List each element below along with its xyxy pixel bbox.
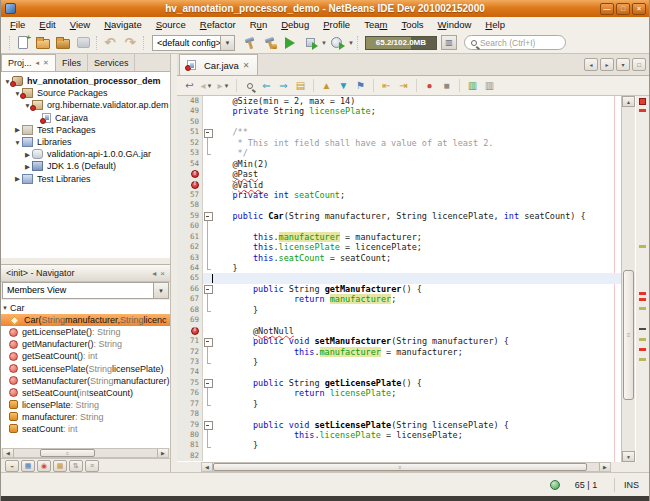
- show-fields-button[interactable]: ▦: [21, 460, 35, 472]
- line-number-gutter[interactable]: 72: [177, 347, 203, 357]
- maximize-window-button[interactable]: □: [632, 58, 646, 71]
- close-button[interactable]: ×: [632, 3, 646, 15]
- code-text[interactable]: this.manufacturer = manufacturer;: [212, 347, 621, 357]
- line-number-gutter[interactable]: 53: [177, 148, 203, 158]
- code-text[interactable]: [212, 200, 621, 210]
- code-line-57[interactable]: 57 private int seatCount;: [177, 190, 621, 200]
- config-select[interactable]: <default config> ▼: [152, 35, 235, 51]
- project-tree-row[interactable]: ▼Libraries: [1, 136, 170, 148]
- profile-button[interactable]: [327, 33, 347, 52]
- sort-by-name-button[interactable]: ⇅: [69, 460, 83, 472]
- new-file-button[interactable]: +: [13, 33, 33, 52]
- project-tree-row[interactable]: ▶Test Libraries: [1, 173, 170, 185]
- navigator-item-3[interactable]: getManufacturer() : String: [1, 338, 170, 350]
- error-mark[interactable]: [639, 298, 646, 301]
- navigator-item-9[interactable]: manufacturer : String: [1, 411, 170, 423]
- code-line-82[interactable]: 82: [177, 451, 621, 461]
- code-line-62[interactable]: 62 this.licensePlate = licencePlate;: [177, 242, 621, 252]
- code-text[interactable]: this.licensePlate = licencePlate;: [212, 242, 621, 252]
- scrollbar-thumb[interactable]: ≡: [213, 463, 587, 471]
- code-line-80[interactable]: 80 this.licensePlate = licensePlate;: [177, 430, 621, 440]
- navigator-item-2[interactable]: getLicensePlate() : String: [1, 326, 170, 338]
- fold-toggle-icon[interactable]: [203, 378, 212, 388]
- code-line-48[interactable]: 48 @Size(min = 2, max = 14): [177, 96, 621, 106]
- line-number-gutter[interactable]: 57: [177, 190, 203, 200]
- line-number-gutter[interactable]: 58: [177, 200, 203, 210]
- line-number-gutter[interactable]: 50: [177, 117, 203, 127]
- code-text[interactable]: public void setLicensePlate(String licen…: [212, 420, 621, 430]
- code-line-59[interactable]: 59 public Car(String manufacturer, Strin…: [177, 211, 621, 221]
- minimize-button[interactable]: —: [600, 3, 614, 15]
- title-bar[interactable]: hv_annotation_processor_demo - NetBeans …: [1, 0, 649, 17]
- debug-button[interactable]: [300, 33, 320, 52]
- line-number-gutter[interactable]: 52: [177, 138, 203, 148]
- code-line-70[interactable]: @NotNull: [177, 326, 621, 336]
- code-text[interactable]: [212, 315, 621, 325]
- project-tree-row[interactable]: ▼org.hibernate.validator.ap.dem: [1, 99, 170, 111]
- show-static-members-button[interactable]: ▩: [53, 460, 67, 472]
- garbage-collect-button[interactable]: ▥: [441, 35, 457, 50]
- menu-source[interactable]: Source: [149, 19, 193, 30]
- toggle-bookmark-button[interactable]: ⚑: [352, 77, 369, 94]
- code-line-76[interactable]: 76 return licensePlate;: [177, 388, 621, 398]
- code-line-73[interactable]: 73 }: [177, 357, 621, 367]
- menu-team[interactable]: Team: [357, 19, 394, 30]
- code-text[interactable]: [212, 409, 621, 419]
- clean-build-button[interactable]: [260, 33, 280, 52]
- code-text[interactable]: [212, 451, 621, 461]
- line-number-gutter[interactable]: 65: [177, 273, 203, 283]
- fold-toggle-icon[interactable]: [203, 127, 212, 137]
- close-icon[interactable]: ✕: [243, 61, 250, 70]
- minimize-window-icon[interactable]: ◂: [152, 269, 156, 278]
- forward-button[interactable]: ▸▼: [215, 77, 232, 94]
- code-line-60[interactable]: 60: [177, 221, 621, 231]
- code-text[interactable]: public String getManufacturer() {: [212, 284, 621, 294]
- code-text[interactable]: @Size(min = 2, max = 14): [212, 96, 621, 106]
- line-number-gutter[interactable]: 80: [177, 430, 203, 440]
- project-tree-row[interactable]: Car.java: [1, 112, 170, 124]
- code-text[interactable]: return licensePlate;: [212, 388, 621, 398]
- code-text[interactable]: @Past: [212, 169, 621, 179]
- code-line-56[interactable]: @Valid: [177, 180, 621, 190]
- menu-profile[interactable]: Profile: [316, 19, 357, 30]
- line-number-gutter[interactable]: 54: [177, 159, 203, 169]
- collapse-arrow-icon[interactable]: ▼: [2, 305, 10, 311]
- code-text[interactable]: }: [212, 440, 621, 450]
- expand-arrow-icon[interactable]: ▶: [23, 150, 32, 159]
- navigator-item-4[interactable]: getSeatCount() : int: [1, 350, 170, 362]
- line-number-gutter[interactable]: 77: [177, 399, 203, 409]
- code-line-71[interactable]: 71 public void setManufacturer(String ma…: [177, 336, 621, 346]
- code-text[interactable]: return manufacturer;: [212, 294, 621, 304]
- fold-toggle-icon[interactable]: [203, 336, 212, 346]
- line-number-gutter[interactable]: 48: [177, 96, 203, 106]
- scroll-right-icon[interactable]: ▶: [599, 463, 610, 471]
- code-line-78[interactable]: 78: [177, 409, 621, 419]
- code-text[interactable]: /**: [212, 127, 621, 137]
- find-previous-occurrence-button[interactable]: ⇐: [258, 77, 275, 94]
- build-button[interactable]: [240, 33, 260, 52]
- warning-mark[interactable]: [639, 338, 646, 341]
- navigator-item-10[interactable]: seatCount : int: [1, 423, 170, 435]
- code-text[interactable]: @Min(2): [212, 159, 621, 169]
- line-number-gutter[interactable]: 69: [177, 315, 203, 325]
- code-line-55[interactable]: @Past: [177, 169, 621, 179]
- expand-arrow-icon[interactable]: ▶: [13, 174, 22, 183]
- navigator-item-5[interactable]: setLicensePlate(String licensePlate): [1, 362, 170, 374]
- line-number-gutter[interactable]: 79: [177, 420, 203, 430]
- navigator-item-8[interactable]: licensePlate : String: [1, 399, 170, 411]
- code-text[interactable]: private String licensePlate;: [212, 106, 621, 116]
- line-number-gutter[interactable]: 81: [177, 440, 203, 450]
- caret-mark[interactable]: [639, 328, 646, 330]
- code-text[interactable]: this.licensePlate = licensePlate;: [212, 430, 621, 440]
- tab-files[interactable]: Files: [56, 54, 88, 71]
- line-number-gutter[interactable]: [177, 326, 203, 336]
- code-text[interactable]: }: [212, 305, 621, 315]
- code-text[interactable]: public Car(String manufacturer, String l…: [212, 211, 621, 221]
- fold-toggle-icon[interactable]: [203, 284, 212, 294]
- scroll-up-icon[interactable]: ▲: [622, 96, 635, 107]
- tab-list-dropdown-button[interactable]: ▾: [616, 58, 630, 71]
- code-line-50[interactable]: 50: [177, 117, 621, 127]
- new-project-button[interactable]: [33, 33, 53, 52]
- code-line-67[interactable]: 67 return manufacturer;: [177, 294, 621, 304]
- shift-line-right-button[interactable]: ⇥: [395, 77, 412, 94]
